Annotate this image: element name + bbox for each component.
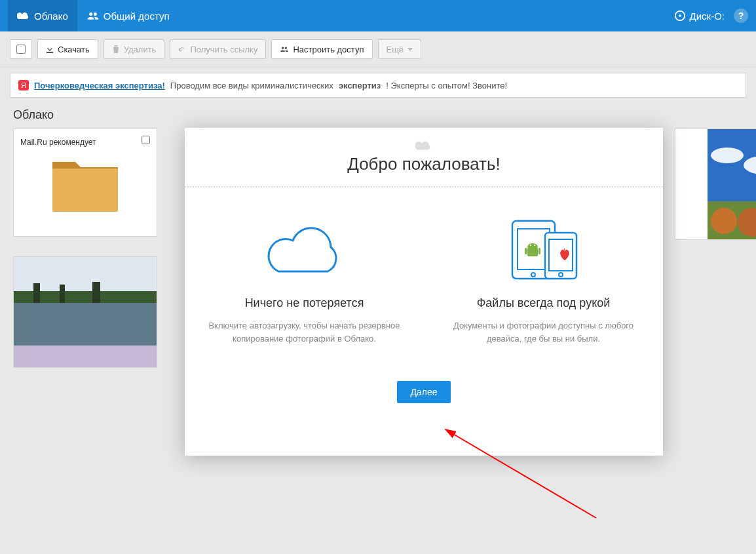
getlink-label: Получить ссылку [190,45,257,54]
image-thumb-1[interactable] [13,256,157,368]
tab-shared-label: Общий доступ [104,10,170,22]
svg-rect-8 [14,346,157,367]
folder-label: Mail.Ru рекомендует [20,138,96,147]
link-icon [178,45,186,53]
disko-link[interactable]: Диск-О: [674,10,725,22]
tab-cloud[interactable]: Облако [8,0,77,31]
feature1-title: Ничего не потеряется [206,296,403,310]
svg-point-21 [531,273,535,277]
breadcrumb: Облако [0,98,756,129]
top-header: Облако Общий доступ Диск-О: ? [0,0,756,31]
feature-devices: Файлы всегда под рукой Документы и фотог… [445,212,642,345]
svg-point-28 [530,245,531,246]
ad-text-2: ! Эксперты с опытом! Звоните! [386,81,507,90]
features-row: Ничего не потеряется Включите автозагруз… [185,212,663,345]
cloud-icon [415,140,432,151]
modal-title: Добро пожаловать! [347,154,501,174]
svg-rect-9 [33,283,40,303]
cloud-icon [17,11,30,20]
header-right: Диск-О: ? [674,9,748,23]
thumb-image-icon [14,257,157,367]
folder-icon [49,157,121,216]
svg-rect-4 [52,168,118,212]
svg-point-29 [534,245,535,246]
ad-bar[interactable]: Я Почерковедческая экспертиза! Проводим … [10,73,746,98]
divider [185,186,663,188]
tab-cloud-label: Облако [34,10,68,22]
help-button[interactable]: ? [734,9,748,23]
svg-point-13 [711,148,744,163]
config-access-button[interactable]: Настроить доступ [271,39,372,59]
ad-icon: Я [18,80,29,90]
config-access-label: Настроить доступ [293,45,364,54]
download-icon [46,45,54,53]
folder-checkbox[interactable] [142,136,150,144]
svg-rect-11 [92,282,100,303]
cloud-outline-icon [259,218,350,280]
svg-rect-27 [539,248,540,254]
welcome-modal: Добро пожаловать! Ничего не потеряется В… [185,128,663,456]
next-button[interactable]: Далее [397,381,450,403]
ad-title: Почерковедческая экспертиза! [34,81,165,90]
feature2-title: Файлы всегда под рукой [445,296,642,310]
selectall-checkbox[interactable] [10,39,32,59]
group-icon [280,45,289,53]
delete-button[interactable]: Удалить [104,39,165,59]
delete-label: Удалить [124,45,157,54]
disko-label: Диск-О: [690,10,725,22]
svg-point-1 [679,14,681,17]
tab-shared[interactable]: Общий доступ [77,0,179,31]
ad-text-1: Проводим все виды криминалистических [170,81,333,90]
download-button[interactable]: Скачать [37,39,98,59]
thumb-image-icon [708,129,756,239]
svg-point-16 [711,208,737,234]
toolbar: Скачать Удалить Получить ссылку Настроит… [0,31,756,68]
folder-card[interactable]: Mail.Ru рекомендует [13,129,157,237]
selectall-input[interactable] [16,45,26,54]
disk-icon [674,10,686,22]
chevron-down-icon [407,48,413,51]
ad-emph: экспертиз [339,81,381,90]
svg-text:Я: Я [21,81,26,89]
more-label: Ещё [387,45,404,54]
image-thumb-2[interactable] [675,129,756,240]
feature-backup: Ничего не потеряется Включите автозагруз… [206,212,403,345]
group-icon [86,11,100,20]
feature2-desc: Документы и фотографии доступны с любого… [445,319,642,345]
devices-icon [504,216,583,281]
svg-rect-26 [525,248,527,254]
download-label: Скачать [58,45,90,54]
svg-rect-10 [60,285,65,303]
feature1-desc: Включите автозагрузку, чтобы начать резе… [206,319,403,345]
svg-rect-7 [14,303,157,349]
trash-icon [112,45,120,53]
more-button[interactable]: Ещё [378,39,422,59]
svg-rect-25 [527,247,538,256]
getlink-button[interactable]: Получить ссылку [170,39,266,59]
